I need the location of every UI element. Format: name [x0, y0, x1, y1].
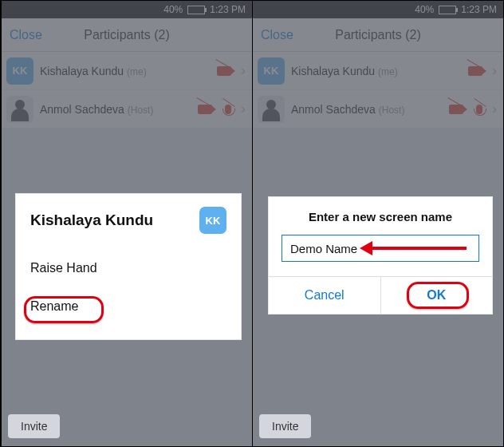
rename-action[interactable]: Rename: [30, 285, 226, 323]
screen-name-input[interactable]: [282, 235, 479, 262]
sheet-avatar: KK: [199, 207, 226, 234]
rename-dialog: Enter a new screen name Cancel OK: [269, 197, 492, 314]
invite-button[interactable]: Invite: [8, 414, 60, 438]
ok-button[interactable]: OK: [380, 277, 493, 314]
action-sheet: Kishalaya Kundu KK Raise Hand Rename: [16, 194, 241, 339]
cancel-button[interactable]: Cancel: [269, 277, 380, 314]
phone-left: 40% 1:23 PM Close Participants (2) KK Ki…: [1, 1, 252, 446]
invite-button[interactable]: Invite: [259, 414, 311, 438]
phone-right: 40% 1:23 PM Close Participants (2) KK Ki…: [252, 1, 503, 446]
raise-hand-action[interactable]: Raise Hand: [30, 251, 226, 285]
dialog-title: Enter a new screen name: [269, 197, 492, 235]
sheet-title: Kishalaya Kundu: [30, 212, 199, 229]
